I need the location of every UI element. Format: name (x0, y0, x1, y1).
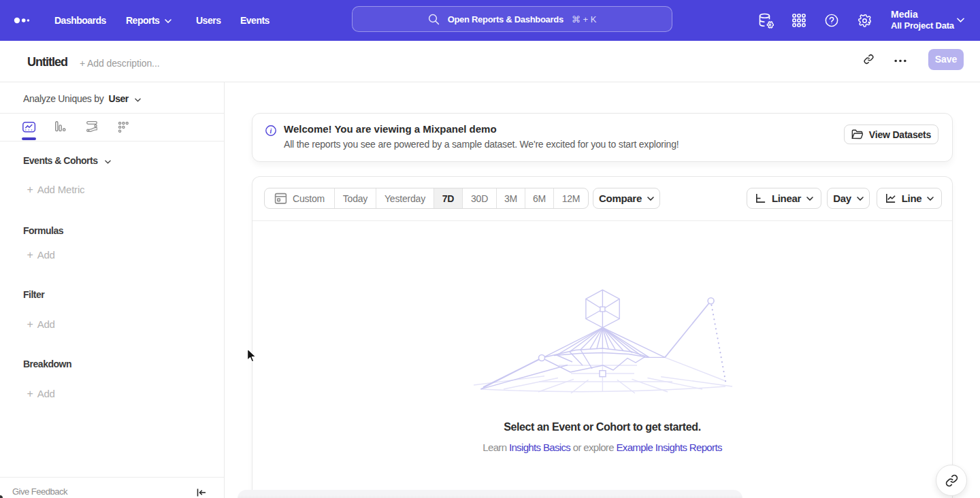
svg-text:i: i (270, 127, 272, 135)
